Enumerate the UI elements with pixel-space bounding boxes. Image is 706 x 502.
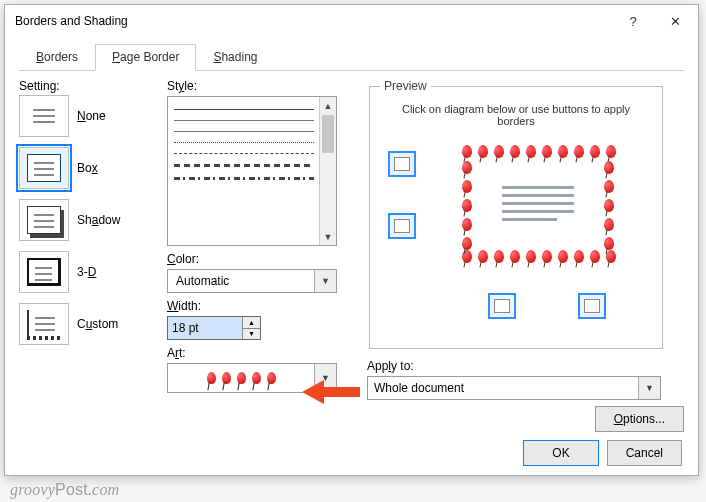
width-value[interactable]: 18 pt bbox=[168, 317, 242, 339]
style-option-dotted[interactable] bbox=[174, 142, 314, 143]
preview-top-border-button[interactable] bbox=[388, 151, 416, 177]
scroll-up-icon[interactable]: ▲ bbox=[320, 97, 336, 114]
options-button[interactable]: Options... bbox=[595, 406, 684, 432]
setting-none[interactable]: None bbox=[19, 95, 157, 137]
balloon-icon bbox=[252, 372, 261, 384]
help-button[interactable]: ? bbox=[612, 6, 654, 36]
width-up-icon[interactable]: ▲ bbox=[243, 317, 260, 329]
setting-custom-label[interactable]: Custom bbox=[77, 317, 118, 331]
chevron-down-icon[interactable]: ▼ bbox=[638, 377, 660, 399]
width-spinner[interactable]: 18 pt ▲ ▼ bbox=[167, 316, 261, 340]
preview-left-border-button[interactable] bbox=[488, 293, 516, 319]
setting-custom-thumb[interactable] bbox=[19, 303, 69, 345]
style-option-solid-thin[interactable] bbox=[174, 120, 314, 121]
color-value: Automatic bbox=[168, 274, 314, 288]
style-option-dashed-short[interactable] bbox=[174, 153, 314, 154]
setting-box-label[interactable]: Box bbox=[77, 161, 98, 175]
close-button[interactable]: ✕ bbox=[654, 6, 696, 36]
preview-bottom-border-button[interactable] bbox=[388, 213, 416, 239]
preview-right-border-button[interactable] bbox=[578, 293, 606, 319]
scroll-thumb[interactable] bbox=[322, 115, 334, 153]
setting-3d[interactable]: 3-D bbox=[19, 251, 157, 293]
preview-heading: Preview bbox=[380, 79, 431, 93]
window-title: Borders and Shading bbox=[15, 14, 612, 28]
tab-strip: Borders Page Border Shading bbox=[19, 43, 684, 71]
setting-custom[interactable]: Custom bbox=[19, 303, 157, 345]
setting-none-thumb[interactable] bbox=[19, 95, 69, 137]
borders-shading-dialog: Borders and Shading ? ✕ Borders Page Bor… bbox=[4, 4, 699, 476]
balloon-icon bbox=[237, 372, 246, 384]
chevron-down-icon[interactable]: ▼ bbox=[314, 270, 336, 292]
tab-borders[interactable]: Borders bbox=[19, 44, 95, 71]
annotation-arrow bbox=[302, 380, 360, 404]
setting-heading: Setting: bbox=[19, 79, 157, 93]
width-down-icon[interactable]: ▼ bbox=[243, 329, 260, 340]
preview-group: Preview Click on diagram below or use bu… bbox=[369, 79, 663, 349]
watermark: groovyPost.com bbox=[10, 481, 119, 499]
color-combo[interactable]: Automatic ▼ bbox=[167, 269, 337, 293]
setting-3d-thumb[interactable] bbox=[19, 251, 69, 293]
balloon-icon bbox=[267, 372, 276, 384]
setting-3d-label[interactable]: 3-D bbox=[77, 265, 96, 279]
style-option-dashed-long[interactable] bbox=[174, 164, 314, 167]
apply-to-combo[interactable]: Whole document ▼ bbox=[367, 376, 661, 400]
titlebar: Borders and Shading ? ✕ bbox=[5, 5, 698, 37]
cancel-button[interactable]: Cancel bbox=[607, 440, 682, 466]
setting-none-label[interactable]: None bbox=[77, 109, 106, 123]
setting-shadow-thumb[interactable] bbox=[19, 199, 69, 241]
style-option-solid-1[interactable] bbox=[174, 109, 314, 110]
tab-page-border[interactable]: Page Border bbox=[95, 44, 196, 71]
art-heading: Art: bbox=[167, 346, 357, 360]
apply-to-heading: Apply to: bbox=[367, 359, 414, 373]
style-option-dashdot[interactable] bbox=[174, 177, 314, 180]
style-list[interactable]: ▲ ▼ bbox=[167, 96, 337, 246]
style-option-solid-thin2[interactable] bbox=[174, 131, 314, 132]
style-heading: Style: bbox=[167, 79, 357, 93]
setting-box[interactable]: Box bbox=[19, 147, 157, 189]
preview-page[interactable] bbox=[458, 141, 618, 267]
setting-shadow-label[interactable]: Shadow bbox=[77, 213, 120, 227]
style-scrollbar[interactable]: ▲ ▼ bbox=[319, 97, 336, 245]
setting-box-thumb[interactable] bbox=[19, 147, 69, 189]
art-value bbox=[168, 372, 314, 384]
tab-shading[interactable]: Shading bbox=[196, 44, 274, 71]
color-heading: Color: bbox=[167, 252, 357, 266]
apply-to-value: Whole document bbox=[368, 381, 638, 395]
preview-hint: Click on diagram below or use buttons to… bbox=[380, 99, 652, 133]
balloon-icon bbox=[207, 372, 216, 384]
width-heading: Width: bbox=[167, 299, 357, 313]
setting-shadow[interactable]: Shadow bbox=[19, 199, 157, 241]
scroll-down-icon[interactable]: ▼ bbox=[320, 228, 336, 245]
balloon-icon bbox=[222, 372, 231, 384]
ok-button[interactable]: OK bbox=[523, 440, 598, 466]
preview-page-lines bbox=[502, 186, 574, 226]
